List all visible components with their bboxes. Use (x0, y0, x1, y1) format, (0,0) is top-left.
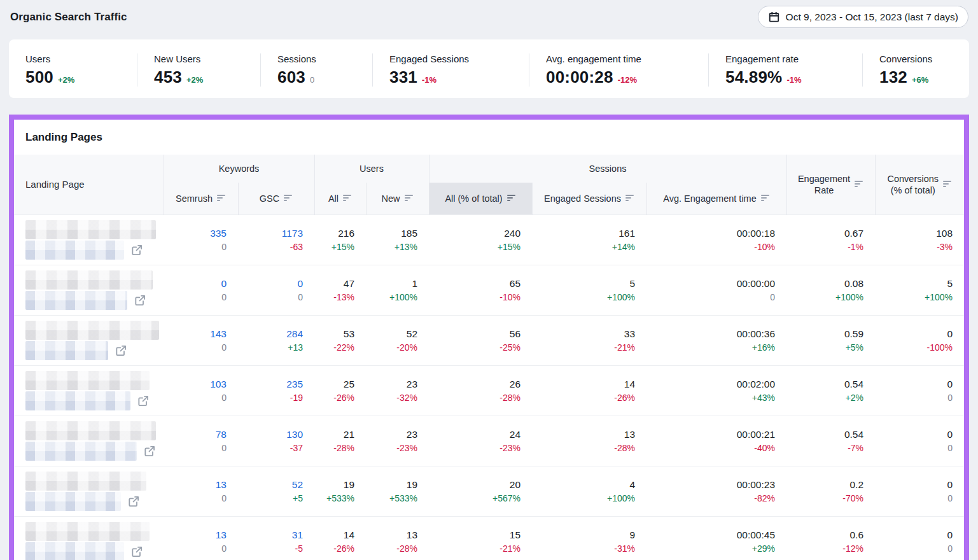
metric-delta: +6% (912, 75, 928, 85)
gsc-keywords-cell[interactable]: 31-5 (238, 516, 314, 560)
table-row: 1430 284+13 53-22% 52-20% 56-25% 33-21% … (14, 315, 964, 365)
external-link-icon[interactable] (137, 395, 150, 407)
users-all-cell: 53-22% (314, 315, 366, 365)
column-header-conversions[interactable]: Conversions(% of total) (875, 155, 964, 214)
landing-page-cell (14, 265, 164, 315)
users-new-cell: 19+533% (366, 466, 429, 516)
metric-value: 331 (389, 67, 417, 87)
table-row: 130 31-5 14-26% 13-28% 15-21% 9-31% 00:0… (14, 516, 964, 560)
sort-icon (343, 193, 352, 204)
metric-delta: +2% (186, 75, 203, 85)
sort-icon (943, 179, 952, 190)
engagement-rate-cell: 0.59+5% (786, 315, 875, 365)
external-link-icon[interactable] (115, 344, 127, 357)
gsc-keywords-cell[interactable]: 284+13 (238, 315, 314, 365)
column-header-landing-page: Landing Page (14, 155, 164, 214)
metric-value: 54.89% (725, 67, 782, 87)
column-header-gsc[interactable]: GSC (238, 183, 314, 214)
semrush-keywords-cell[interactable]: 1030 (164, 365, 238, 416)
column-header-sessions-all[interactable]: All (% of total) (429, 183, 532, 214)
sessions-all-cell: 240+15% (429, 214, 532, 265)
external-link-icon[interactable] (127, 495, 140, 508)
engaged-sessions-cell: 5+100% (532, 265, 646, 315)
conversions-cell: 00 (875, 516, 964, 560)
gsc-keywords-cell[interactable]: 52+5 (238, 466, 314, 516)
users-new-cell: 1+100% (366, 265, 429, 315)
users-new-cell: 23-23% (366, 416, 429, 466)
avg-engagement-time-cell: 00:00:18-10% (646, 214, 786, 265)
metric-value: 132 (879, 67, 907, 87)
calendar-icon (768, 11, 780, 23)
external-link-icon[interactable] (130, 244, 143, 256)
metric-new-users: New Users 453+2% (137, 53, 260, 87)
engagement-rate-cell: 0.08+100% (786, 265, 875, 315)
metric-avg-engagement-time: Avg. engagement time 00:00:28-12% (529, 53, 708, 87)
metric-label: New Users (154, 53, 254, 64)
semrush-keywords-cell[interactable]: 3350 (164, 214, 238, 265)
redacted-landing-page-url (25, 492, 121, 511)
column-header-users-new[interactable]: New (366, 183, 429, 214)
landing-page-cell (14, 365, 164, 416)
metric-label: Users (25, 53, 130, 64)
users-all-cell: 25-26% (314, 365, 366, 416)
semrush-keywords-cell[interactable]: 780 (164, 416, 238, 466)
sessions-all-cell: 65-10% (429, 265, 532, 315)
users-all-cell: 14-26% (314, 516, 366, 560)
landing-pages-title: Landing Pages (14, 120, 964, 155)
external-link-icon[interactable] (130, 545, 143, 558)
metric-value: 603 (277, 67, 305, 87)
engaged-sessions-cell: 14-26% (532, 365, 646, 416)
sessions-all-cell: 56-25% (429, 315, 532, 365)
conversions-cell: 0-100% (875, 315, 964, 365)
metric-engagement-rate: Engagement rate 54.89%-1% (708, 53, 862, 87)
gsc-keywords-cell[interactable]: 1173-63 (238, 214, 314, 265)
external-link-icon[interactable] (134, 294, 146, 307)
semrush-keywords-cell[interactable]: 130 (164, 466, 238, 516)
metric-sessions: Sessions 6030 (260, 53, 372, 87)
sort-icon (855, 179, 863, 190)
sort-icon (405, 193, 414, 204)
sessions-all-cell: 15-21% (429, 516, 532, 560)
metric-delta: +2% (58, 75, 74, 85)
redacted-landing-page-url (25, 542, 124, 560)
column-header-semrush[interactable]: Semrush (164, 183, 238, 214)
engaged-sessions-cell: 161+14% (532, 214, 646, 265)
column-header-engaged-sessions[interactable]: Engaged Sessions (532, 183, 646, 214)
semrush-keywords-cell[interactable]: 1430 (164, 315, 238, 365)
redacted-landing-page-url (25, 241, 124, 260)
sessions-all-cell: 26-28% (429, 365, 532, 416)
avg-engagement-time-cell: 00:00:45+29% (646, 516, 786, 560)
metric-delta: -12% (618, 75, 637, 85)
table-row: 1030 235-19 25-26% 23-32% 26-28% 14-26% … (14, 365, 964, 416)
gsc-keywords-cell[interactable]: 00 (238, 265, 314, 315)
redacted-landing-page-title (25, 522, 150, 541)
sessions-all-cell: 20+567% (429, 466, 532, 516)
metric-users: Users 500+2% (9, 53, 137, 87)
users-all-cell: 216+15% (314, 214, 366, 265)
table-row: 130 52+5 19+533% 19+533% 20+567% 4+100% … (14, 466, 964, 516)
column-header-users-all[interactable]: All (314, 183, 366, 214)
redacted-landing-page-url (25, 341, 108, 360)
landing-page-cell (14, 416, 164, 466)
semrush-keywords-cell[interactable]: 00 (164, 265, 238, 315)
date-range-picker[interactable]: Oct 9, 2023 - Oct 15, 2023 (last 7 days) (758, 6, 968, 28)
redacted-landing-page-title (25, 270, 153, 290)
engaged-sessions-cell: 9-31% (532, 516, 646, 560)
landing-pages-table: Landing Page Keywords Users Sessions Eng… (14, 155, 964, 560)
conversions-cell: 108-3% (875, 214, 964, 265)
metric-engaged-sessions: Engaged Sessions 331-1% (372, 53, 529, 87)
metric-value: 500 (25, 67, 53, 87)
column-header-avg-engagement-time[interactable]: Avg. Engagement time (646, 183, 786, 214)
engaged-sessions-cell: 4+100% (532, 466, 646, 516)
landing-page-cell (14, 516, 164, 560)
metric-label: Engaged Sessions (389, 53, 522, 64)
semrush-keywords-cell[interactable]: 130 (164, 516, 238, 560)
avg-engagement-time-cell: 00:00:36+16% (646, 315, 786, 365)
sort-icon (284, 193, 293, 204)
column-group-sessions: Sessions (429, 155, 786, 183)
conversions-cell: 00 (875, 365, 964, 416)
column-header-engagement-rate[interactable]: EngagementRate (786, 155, 875, 214)
external-link-icon[interactable] (143, 445, 156, 458)
gsc-keywords-cell[interactable]: 235-19 (238, 365, 314, 416)
gsc-keywords-cell[interactable]: 130-37 (238, 416, 314, 466)
